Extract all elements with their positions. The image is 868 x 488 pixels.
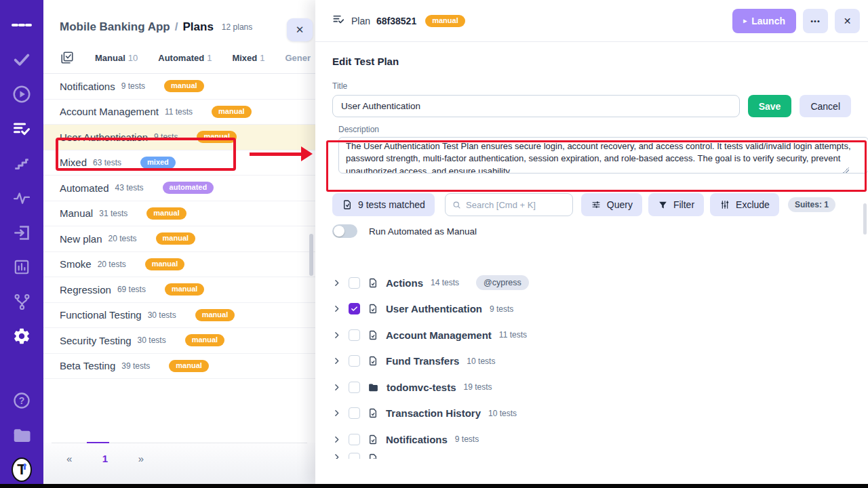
suite-checkbox[interactable] (349, 407, 360, 419)
suite-row[interactable]: Account Management 11 tests (332, 322, 851, 348)
branches-icon[interactable] (12, 291, 32, 312)
suite-row[interactable] (332, 453, 851, 459)
select-all-icon[interactable] (60, 50, 75, 65)
breadcrumb-separator: / (175, 20, 178, 34)
plan-list-item[interactable]: Automated 43 tests automated (43, 176, 315, 201)
projects-folder-icon[interactable] (12, 425, 32, 445)
suite-file-icon (368, 329, 378, 341)
chevron-right-icon[interactable] (332, 383, 341, 392)
plans-filter-tab[interactable]: Manual10 (95, 53, 138, 63)
filter-button[interactable]: Filter (648, 193, 704, 216)
suite-row[interactable]: Transaction History 10 tests (332, 401, 851, 427)
plans-filter-tab[interactable]: Gener (285, 53, 313, 63)
plans-scrollbar-thumb[interactable] (309, 234, 313, 276)
textarea-resize-handle[interactable] (843, 167, 849, 173)
plan-test-count: 20 tests (108, 234, 137, 243)
chevron-right-icon[interactable] (332, 357, 341, 365)
plan-name: User Authentication (60, 131, 148, 143)
reports-icon[interactable] (12, 257, 32, 277)
title-input[interactable] (332, 95, 740, 117)
check-icon[interactable] (12, 49, 32, 70)
pagination-next-button[interactable]: » (118, 453, 144, 464)
chevron-right-icon[interactable] (332, 409, 341, 418)
plans-list-icon[interactable] (12, 119, 32, 139)
plan-name: Notifications (60, 81, 115, 92)
suite-checkbox[interactable] (349, 277, 360, 289)
edit-plan-heading: Edit Test Plan (332, 56, 851, 67)
suite-test-count: 14 tests (431, 278, 459, 287)
chevron-right-icon[interactable] (332, 435, 341, 444)
plan-list-item[interactable]: User Authentication 9 tests manual (43, 125, 315, 150)
suite-row[interactable]: Fund Transfers 10 tests (332, 348, 851, 375)
sign-in-icon[interactable] (12, 222, 32, 243)
main-scrollbar-thumb[interactable] (863, 203, 867, 235)
close-plan-button[interactable]: ✕ (835, 9, 860, 33)
plan-list-item[interactable]: Manual 31 tests manual (43, 201, 315, 227)
pagination-page-1[interactable]: 1 (92, 453, 118, 464)
query-button[interactable]: Query (581, 193, 642, 216)
suite-checkbox[interactable] (349, 329, 360, 341)
suite-row[interactable]: Notifications 9 tests (332, 426, 851, 453)
suite-checkbox[interactable] (349, 434, 360, 445)
matched-doc-icon (342, 199, 353, 210)
plan-name: Automated (60, 182, 109, 194)
suite-checkbox[interactable] (349, 355, 360, 367)
app-logo[interactable]: T (12, 460, 32, 480)
plan-list-item[interactable]: Notifications 9 tests manual (43, 74, 315, 100)
plan-name: Regression (60, 284, 111, 296)
suite-file-icon (368, 453, 378, 459)
exclude-button[interactable]: Exclude (710, 193, 779, 216)
plan-list-item[interactable]: Regression 69 tests manual (43, 277, 315, 303)
chevron-right-icon[interactable] (332, 279, 341, 287)
run-automated-toggle[interactable] (332, 224, 357, 238)
plans-filter-tab[interactable]: Automated1 (158, 53, 212, 63)
suite-checkbox[interactable] (349, 303, 360, 314)
more-options-button[interactable]: ••• (803, 9, 828, 33)
steps-icon[interactable] (12, 153, 32, 174)
breadcrumb-project[interactable]: Mobile Banking App (60, 20, 170, 34)
play-circle-icon[interactable] (12, 84, 32, 104)
chevron-right-icon[interactable] (332, 331, 341, 340)
settings-gear-icon[interactable] (12, 326, 32, 346)
plans-panel-close-button[interactable]: ✕ (287, 18, 313, 41)
plan-list-item[interactable]: Mixed 63 tests mixed (43, 150, 315, 176)
suite-name: Actions (386, 277, 423, 289)
suite-row[interactable]: todomvc-tests 19 tests (332, 374, 851, 401)
plans-header: Mobile Banking App / Plans 12 plans (43, 0, 315, 43)
cancel-button[interactable]: Cancel (800, 95, 851, 117)
plan-list-item[interactable]: Account Management 11 tests manual (43, 100, 315, 125)
plan-list-item[interactable]: Security Testing 30 tests manual (43, 328, 315, 354)
suite-row[interactable]: User Authentication 9 tests (332, 296, 851, 323)
plans-list: Notifications 9 tests manual Account Man… (43, 74, 315, 379)
save-button[interactable]: Save (748, 95, 792, 117)
help-icon[interactable]: ? (12, 390, 32, 411)
plan-list-item[interactable]: Beta Testing 39 tests manual (43, 354, 315, 380)
plan-test-count: 9 tests (154, 132, 178, 142)
plan-list-item[interactable]: Smoke 20 tests manual (43, 252, 315, 278)
suite-test-count: 19 tests (464, 382, 492, 392)
chevron-right-icon[interactable] (332, 304, 341, 313)
suite-folder-icon (368, 382, 379, 393)
suite-checkbox[interactable] (349, 382, 360, 393)
menu-icon[interactable] (12, 15, 32, 35)
description-textarea[interactable]: The User Authentication Test Plan ensure… (338, 137, 868, 174)
plans-filter-tab[interactable]: Mixed1 (232, 53, 264, 63)
plan-test-count: 30 tests (138, 336, 166, 345)
tests-matched-button[interactable]: 9 tests matched (332, 193, 435, 216)
query-sliders-icon (591, 199, 601, 210)
activity-icon[interactable] (12, 188, 32, 208)
plan-name: Security Testing (60, 335, 132, 346)
plan-list-item[interactable]: Functional Testing 30 tests manual (43, 303, 315, 329)
pagination-prev-button[interactable]: « (66, 453, 92, 464)
plan-topbar: Plan 68f38521 manual ▸ Launch ••• ✕ (315, 0, 868, 42)
suite-row[interactable]: Actions 14 tests @cypress (332, 270, 851, 296)
launch-button[interactable]: ▸ Launch (732, 9, 796, 33)
plan-type-badge: mixed (140, 157, 176, 169)
chevron-right-icon[interactable] (332, 453, 341, 459)
plan-label: Plan (351, 16, 370, 26)
plan-type-badge: automated (163, 182, 214, 194)
plan-list-item[interactable]: New plan 20 tests manual (43, 226, 315, 252)
suite-checkbox[interactable] (349, 453, 360, 459)
search-input[interactable] (466, 200, 566, 210)
plan-test-count: 39 tests (121, 361, 150, 371)
